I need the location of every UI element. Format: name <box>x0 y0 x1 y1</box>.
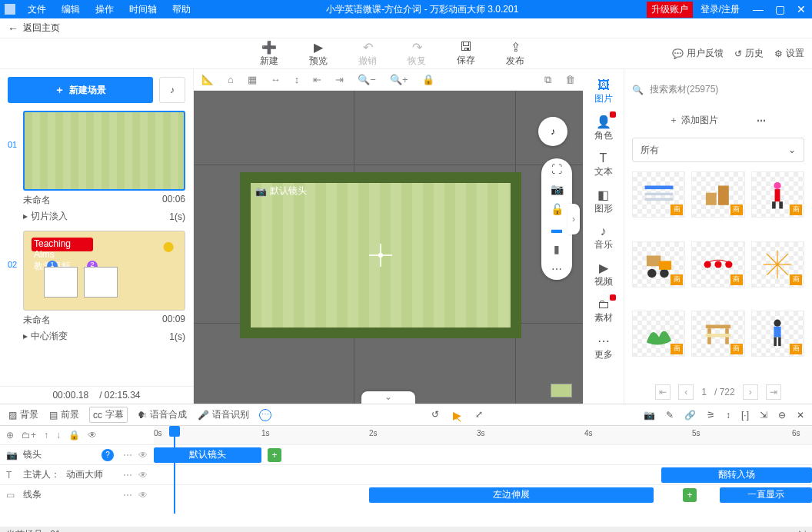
minimap[interactable] <box>551 384 572 397</box>
expand-arrow-icon[interactable]: › <box>567 204 580 234</box>
track-camera[interactable]: 📷镜头?⋯👁 默认镜头+ <box>0 444 812 464</box>
cat-more[interactable]: ⋯更多 <box>590 331 617 364</box>
asset-item[interactable]: 商 <box>691 311 744 357</box>
zoom-in-icon[interactable]: 🔍+ <box>390 74 408 85</box>
scene-item[interactable]: 02 Teaching Aims教学目标 12 未命名00:09 ▸中心渐变1(… <box>8 231 185 346</box>
asset-filter-dropdown[interactable]: 所有⌄ <box>632 138 804 162</box>
add-image-button[interactable]: ＋ 添加图片 <box>669 114 718 127</box>
track-menu-icon[interactable]: ⋯ <box>123 450 132 461</box>
maximize-button[interactable]: ▢ <box>769 3 790 15</box>
asset-item[interactable]: 商 <box>632 311 685 357</box>
close-button[interactable]: ✕ <box>790 3 812 15</box>
publish-button[interactable]: ⇪发布 <box>500 40 531 68</box>
cat-video[interactable]: ▶视频 <box>590 258 617 291</box>
panel-collapse-handle[interactable]: ⌄ <box>361 391 415 404</box>
menu-help[interactable]: 帮助 <box>165 0 198 18</box>
delete-icon[interactable]: 🗑 <box>565 74 575 85</box>
asset-item[interactable]: 商 <box>751 171 804 218</box>
redo-button[interactable]: ↷恢复 <box>401 40 432 68</box>
canvas[interactable]: 📐 ⌂ ▦ ↔ ↕ ⇤ ⇥ 🔍− 🔍+ 🔒 ⧉ 🗑 📷默认镜头 ♪ ⛶ 📷 🔓 <box>194 69 583 404</box>
menu-file[interactable]: 文件 <box>20 0 54 18</box>
track-menu-icon[interactable]: ⋯ <box>123 490 132 500</box>
menu-edit[interactable]: 编辑 <box>54 0 88 18</box>
track-speaker[interactable]: T主讲人：动画大师⋯👁 翻转入场 <box>0 464 812 484</box>
rect-tool-icon[interactable]: ▬ <box>551 223 562 235</box>
close-panel-icon[interactable]: ✕ <box>797 410 804 421</box>
tts-button[interactable]: 🗣语音合成 <box>137 407 188 422</box>
lock-track-icon[interactable]: 🔒 <box>68 430 80 441</box>
clip-always-show[interactable]: +一直显示 <box>720 487 812 503</box>
track-menu-icon[interactable]: ⋯ <box>123 470 132 480</box>
copy-icon[interactable]: ⧉ <box>544 74 551 86</box>
page-first-button[interactable]: ⇤ <box>655 384 671 400</box>
collapse-icon[interactable]: ⇲ <box>760 410 767 421</box>
scene-thumbnail[interactable] <box>23 111 185 191</box>
asset-item[interactable]: 商 <box>632 241 685 288</box>
preview-button[interactable]: ▶预览 <box>303 40 334 68</box>
clip-flip-in[interactable]: 翻转入场 <box>661 467 812 483</box>
new-scene-button[interactable]: ＋ 新建场景 <box>8 77 153 103</box>
asr-button[interactable]: 🎤语音识别 <box>197 407 250 422</box>
return-home[interactable]: ← 返回主页 <box>0 18 812 38</box>
folder-add-icon[interactable]: 🗀+ <box>22 430 36 441</box>
scene-thumbnail[interactable]: Teaching Aims教学目标 12 <box>23 231 185 311</box>
camera-icon[interactable]: 📷 <box>644 410 655 421</box>
down-icon[interactable]: ↓ <box>56 430 61 441</box>
up-icon[interactable]: ↑ <box>44 430 48 441</box>
rewind-icon[interactable]: ↺ <box>431 409 439 421</box>
more-round-button[interactable]: ⋯ <box>259 409 271 421</box>
login-button[interactable]: 登录/注册 <box>693 0 747 18</box>
lock-icon[interactable]: 🔒 <box>422 74 434 85</box>
align-v-icon[interactable]: ↕ <box>295 74 300 85</box>
more-icon[interactable]: ⋯ <box>551 263 562 275</box>
new-button[interactable]: ➕新建 <box>254 40 285 68</box>
asset-item[interactable]: 商 <box>751 241 804 288</box>
cat-assets[interactable]: 🗀素材 <box>590 294 617 328</box>
scene-transition[interactable]: ▸中心渐变 <box>23 330 68 343</box>
scene-item[interactable]: 01 未命名00:06 ▸切片淡入1(s) <box>8 111 185 226</box>
page-prev-button[interactable]: ‹ <box>678 384 694 400</box>
asset-more-button[interactable]: ⋯ <box>757 115 767 126</box>
home-icon[interactable]: ⌂ <box>228 74 234 85</box>
clip-left-extend[interactable]: 左边伸展 <box>369 487 654 503</box>
eye-icon[interactable]: 👁 <box>138 450 148 461</box>
minus-circle-icon[interactable]: ⊖ <box>778 410 786 421</box>
undo-button[interactable]: ↶撤销 <box>352 40 383 68</box>
sort-icon[interactable]: ↕ <box>726 410 730 421</box>
track-line[interactable]: ▭线条⋯👁 左边伸展 +一直显示 <box>0 484 812 504</box>
cat-shape[interactable]: ◧图形 <box>590 185 617 218</box>
eye-icon[interactable]: 👁 <box>138 490 148 500</box>
link-icon[interactable]: 🔗 <box>684 410 696 421</box>
playhead[interactable] <box>169 426 180 437</box>
asset-item[interactable]: 商 <box>751 311 804 357</box>
page-next-button[interactable]: › <box>743 384 758 400</box>
camera-tool-icon[interactable]: 📷 <box>551 183 564 195</box>
history-button[interactable]: ↺历史 <box>734 47 764 60</box>
asset-item[interactable]: 商 <box>632 171 685 218</box>
minimize-button[interactable]: — <box>747 3 769 15</box>
clip-default-camera[interactable]: 默认镜头+ <box>154 447 261 463</box>
expand-icon[interactable]: ⤢ <box>475 409 483 421</box>
timeline-ruler[interactable]: 0s 1s 2s 3s 4s 5s 6s <box>154 426 812 444</box>
eye-icon[interactable]: 👁 <box>138 470 148 480</box>
scene-transition[interactable]: ▸切片淡入 <box>23 210 68 223</box>
device-icon[interactable]: ▮ <box>554 243 560 255</box>
subtitle-button[interactable]: cc字幕 <box>89 407 128 423</box>
unlock-icon[interactable]: 🔓 <box>551 203 564 215</box>
help-icon[interactable]: ? <box>102 449 114 461</box>
page-last-button[interactable]: ⇥ <box>766 384 781 400</box>
align-right-icon[interactable]: ⇥ <box>335 74 344 85</box>
collapse-status-icon[interactable]: ⇲ <box>798 529 806 532</box>
align-h-icon[interactable]: ↔ <box>271 74 281 85</box>
cat-text[interactable]: T文本 <box>590 148 617 181</box>
bracket-icon[interactable]: [·] <box>741 410 749 421</box>
settings-button[interactable]: ⚙设置 <box>774 47 804 60</box>
cat-image[interactable]: 🖼图片 <box>590 75 617 108</box>
fg-button[interactable]: ▤前景 <box>48 407 80 422</box>
play-cursor-icon[interactable]: ▶↖ <box>453 409 461 421</box>
upgrade-button[interactable]: 升级账户 <box>647 2 693 18</box>
align-left-icon[interactable]: ⇤ <box>313 74 321 85</box>
asset-search[interactable]: 🔍搜索素材(25975) <box>632 78 804 101</box>
grid-icon[interactable]: ▦ <box>248 74 257 85</box>
filter-icon[interactable]: ⚞ <box>707 410 715 421</box>
